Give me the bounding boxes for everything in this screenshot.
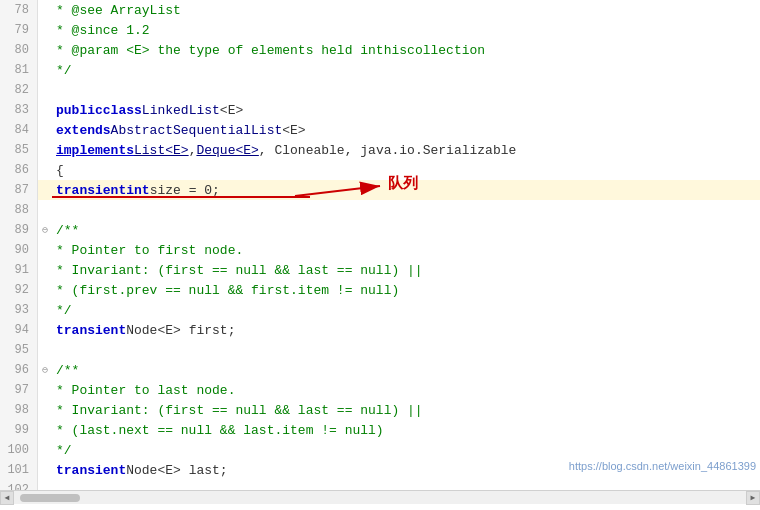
horizontal-scrollbar[interactable]: ◀ ▶ (0, 490, 760, 504)
code-line-87: 87 transient int size = 0; (0, 180, 760, 200)
token: LinkedList (142, 103, 220, 118)
line-number-82: 82 (0, 80, 38, 100)
line-content-98: * Invariant: (first == null && last == n… (52, 403, 760, 418)
token: * @see ArrayList (56, 3, 181, 18)
token: * (last.next == null && last.item != nul… (56, 423, 384, 438)
token: * @param <E> the type of elements held i… (56, 43, 376, 58)
token: class (103, 103, 142, 118)
token: size = 0; (150, 183, 220, 198)
code-line-80: 80 * @param <E> the type of elements hel… (0, 40, 760, 60)
line-content-94: transient Node<E> first; (52, 323, 760, 338)
scroll-thumb[interactable] (20, 494, 80, 502)
token: */ (56, 443, 72, 458)
token: * Invariant: (first == null && last == n… (56, 403, 423, 418)
scroll-left-button[interactable]: ◀ (0, 491, 14, 505)
line-content-81: */ (52, 63, 760, 78)
code-line-78: 78 * @see ArrayList (0, 0, 760, 20)
line-number-90: 90 (0, 240, 38, 260)
line-number-83: 83 (0, 100, 38, 120)
code-line-96: 96⊖ /** (0, 360, 760, 380)
line-number-95: 95 (0, 340, 38, 360)
line-content-83: public class LinkedList<E> (52, 103, 760, 118)
line-number-86: 86 (0, 160, 38, 180)
code-line-84: 84 extends AbstractSequentialList<E> (0, 120, 760, 140)
token: transient (56, 323, 126, 338)
token: this (376, 43, 407, 58)
code-line-95: 95 (0, 340, 760, 360)
line-number-89: 89 (0, 220, 38, 240)
line-content-99: * (last.next == null && last.item != nul… (52, 423, 760, 438)
line-content-89: /** (52, 223, 760, 238)
line-number-78: 78 (0, 0, 38, 20)
line-number-85: 85 (0, 140, 38, 160)
line-content-79: * @since 1.2 (52, 23, 760, 38)
line-content-84: extends AbstractSequentialList<E> (52, 123, 760, 138)
token: { (56, 163, 64, 178)
token: int (126, 183, 149, 198)
line-number-79: 79 (0, 20, 38, 40)
code-line-89: 89⊖ /** (0, 220, 760, 240)
line-number-100: 100 (0, 440, 38, 460)
token: * (first.prev == null && first.item != n… (56, 283, 399, 298)
code-line-93: 93 */ (0, 300, 760, 320)
token: , (189, 143, 197, 158)
line-content-96: /** (52, 363, 760, 378)
line-number-99: 99 (0, 420, 38, 440)
line-number-80: 80 (0, 40, 38, 60)
line-number-96: 96 (0, 360, 38, 380)
token: transient (56, 183, 126, 198)
line-number-97: 97 (0, 380, 38, 400)
scroll-right-button[interactable]: ▶ (746, 491, 760, 505)
code-lines: 78 * @see ArrayList79 * @since 1.280 * @… (0, 0, 760, 490)
token: * Pointer to last node. (56, 383, 235, 398)
token: /** (56, 363, 79, 378)
token: */ (56, 63, 72, 78)
code-line-81: 81 */ (0, 60, 760, 80)
code-line-102: 102 (0, 480, 760, 490)
code-line-97: 97 * Pointer to last node. (0, 380, 760, 400)
line-number-81: 81 (0, 60, 38, 80)
line-content-97: * Pointer to last node. (52, 383, 760, 398)
token: <E> (220, 103, 243, 118)
token: /** (56, 223, 79, 238)
code-editor: 78 * @see ArrayList79 * @since 1.280 * @… (0, 0, 760, 490)
line-number-102: 102 (0, 480, 38, 490)
code-line-79: 79 * @since 1.2 (0, 20, 760, 40)
token: List<E> (134, 143, 189, 158)
line-content-100: */ (52, 443, 760, 458)
token: public (56, 103, 103, 118)
token: * Pointer to first node. (56, 243, 243, 258)
line-number-88: 88 (0, 200, 38, 220)
fold-indicator-96[interactable]: ⊖ (38, 364, 52, 376)
code-line-99: 99 * (last.next == null && last.item != … (0, 420, 760, 440)
code-line-94: 94 transient Node<E> first; (0, 320, 760, 340)
line-content-78: * @see ArrayList (52, 3, 760, 18)
line-content-91: * Invariant: (first == null && last == n… (52, 263, 760, 278)
token: * Invariant: (first == null && last == n… (56, 263, 423, 278)
code-line-90: 90 * Pointer to first node. (0, 240, 760, 260)
token: Node<E> last; (126, 463, 227, 478)
code-line-86: 86{ (0, 160, 760, 180)
line-content-90: * Pointer to first node. (52, 243, 760, 258)
code-line-91: 91 * Invariant: (first == null && last =… (0, 260, 760, 280)
fold-indicator-89[interactable]: ⊖ (38, 224, 52, 236)
code-line-83: 83public class LinkedList<E> (0, 100, 760, 120)
line-content-92: * (first.prev == null && first.item != n… (52, 283, 760, 298)
line-number-101: 101 (0, 460, 38, 480)
token: transient (56, 463, 126, 478)
line-content-80: * @param <E> the type of elements held i… (52, 43, 760, 58)
line-number-94: 94 (0, 320, 38, 340)
line-content-93: */ (52, 303, 760, 318)
token: <E> (282, 123, 305, 138)
line-number-84: 84 (0, 120, 38, 140)
token: implements (56, 143, 134, 158)
token: , Cloneable, java.io.Serializable (259, 143, 516, 158)
line-number-87: 87 (0, 180, 38, 200)
code-line-92: 92 * (first.prev == null && first.item !… (0, 280, 760, 300)
code-line-85: 85 implements List<E>, Deque<E>, Cloneab… (0, 140, 760, 160)
code-line-82: 82 (0, 80, 760, 100)
annotation-label: 队列 (388, 174, 418, 193)
line-number-98: 98 (0, 400, 38, 420)
code-line-100: 100 */ (0, 440, 760, 460)
line-content-85: implements List<E>, Deque<E>, Cloneable,… (52, 143, 760, 158)
